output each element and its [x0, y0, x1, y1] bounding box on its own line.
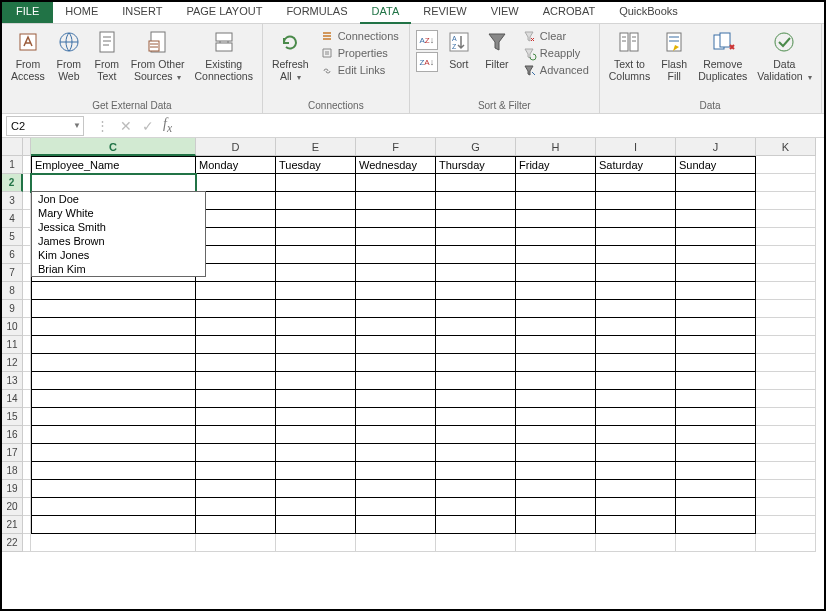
cell[interactable]	[276, 192, 356, 210]
cell[interactable]	[276, 336, 356, 354]
cell[interactable]	[31, 498, 196, 516]
remove-duplicates-button[interactable]: RemoveDuplicates	[693, 26, 752, 84]
tab-review[interactable]: REVIEW	[411, 2, 478, 23]
cell[interactable]: Employee_Name	[31, 156, 196, 174]
cell[interactable]	[676, 462, 756, 480]
cell[interactable]	[596, 462, 676, 480]
column-header[interactable]: E	[276, 138, 356, 156]
cell[interactable]	[756, 534, 816, 552]
cell[interactable]	[356, 318, 436, 336]
cell[interactable]	[436, 372, 516, 390]
cell[interactable]	[31, 462, 196, 480]
cell[interactable]	[516, 426, 596, 444]
column-header[interactable]: K	[756, 138, 816, 156]
cell[interactable]	[436, 246, 516, 264]
cell[interactable]	[196, 246, 276, 264]
accept-icon[interactable]: ✓	[137, 118, 159, 134]
cell[interactable]	[196, 498, 276, 516]
cell[interactable]	[356, 228, 436, 246]
cell[interactable]	[276, 174, 356, 192]
cell[interactable]	[23, 354, 31, 372]
cell[interactable]	[596, 444, 676, 462]
cell[interactable]	[356, 192, 436, 210]
tab-home[interactable]: HOME	[53, 2, 110, 23]
cell[interactable]	[276, 264, 356, 282]
cell[interactable]: Wednesday	[356, 156, 436, 174]
row-header[interactable]: 12	[2, 354, 23, 372]
cell[interactable]	[276, 354, 356, 372]
flash-fill-button[interactable]: FlashFill	[655, 26, 693, 84]
cell[interactable]	[436, 426, 516, 444]
cell[interactable]	[196, 336, 276, 354]
cell[interactable]	[356, 264, 436, 282]
cell[interactable]	[23, 246, 31, 264]
cell[interactable]	[756, 372, 816, 390]
cell[interactable]	[23, 372, 31, 390]
column-header[interactable]: F	[356, 138, 436, 156]
cell[interactable]	[516, 246, 596, 264]
column-header[interactable]: D	[196, 138, 276, 156]
cell[interactable]	[596, 282, 676, 300]
tab-insert[interactable]: INSERT	[110, 2, 174, 23]
cell[interactable]	[356, 282, 436, 300]
cell[interactable]	[31, 426, 196, 444]
cell[interactable]	[276, 444, 356, 462]
cell[interactable]: Tuesday	[276, 156, 356, 174]
row-header[interactable]: 7	[2, 264, 23, 282]
cell[interactable]	[516, 174, 596, 192]
cell[interactable]	[436, 534, 516, 552]
cell[interactable]	[596, 498, 676, 516]
fx-icon[interactable]: fx	[159, 116, 176, 135]
cell[interactable]	[516, 534, 596, 552]
cell[interactable]	[23, 426, 31, 444]
cell[interactable]	[356, 444, 436, 462]
cell[interactable]	[436, 282, 516, 300]
cell[interactable]	[756, 444, 816, 462]
column-header[interactable]: H	[516, 138, 596, 156]
cell[interactable]	[31, 444, 196, 462]
cell[interactable]	[196, 210, 276, 228]
cell[interactable]	[196, 462, 276, 480]
cell[interactable]	[23, 462, 31, 480]
cell[interactable]	[676, 228, 756, 246]
cell[interactable]	[31, 372, 196, 390]
cell[interactable]	[676, 480, 756, 498]
cell[interactable]	[516, 300, 596, 318]
data-validation-button[interactable]: DataValidation ▾	[752, 26, 816, 84]
row-header[interactable]: 11	[2, 336, 23, 354]
cell[interactable]	[436, 300, 516, 318]
cell[interactable]	[676, 354, 756, 372]
row-header[interactable]: 5	[2, 228, 23, 246]
cell[interactable]	[436, 210, 516, 228]
cell[interactable]	[196, 390, 276, 408]
cell[interactable]	[356, 300, 436, 318]
cell[interactable]	[23, 408, 31, 426]
cell[interactable]	[676, 264, 756, 282]
cell[interactable]	[23, 498, 31, 516]
cell[interactable]	[596, 228, 676, 246]
cell[interactable]	[23, 156, 31, 174]
cell[interactable]	[436, 192, 516, 210]
cell[interactable]	[676, 318, 756, 336]
cell[interactable]	[276, 318, 356, 336]
cell[interactable]	[276, 426, 356, 444]
cell[interactable]	[436, 174, 516, 192]
cell[interactable]	[356, 408, 436, 426]
cell[interactable]	[23, 336, 31, 354]
edit-links-button[interactable]: Edit Links	[318, 62, 401, 78]
cell[interactable]	[23, 534, 31, 552]
row-header[interactable]: 20	[2, 498, 23, 516]
dropdown-option[interactable]: James Brown	[32, 234, 205, 248]
column-header[interactable]: I	[596, 138, 676, 156]
cell[interactable]	[516, 354, 596, 372]
chevron-down-icon[interactable]: ▼	[73, 121, 81, 130]
tab-quickbooks[interactable]: QuickBooks	[607, 2, 690, 23]
cell[interactable]	[23, 264, 31, 282]
cell[interactable]	[516, 444, 596, 462]
cell[interactable]	[196, 444, 276, 462]
cell[interactable]	[436, 390, 516, 408]
row-header[interactable]: 14	[2, 390, 23, 408]
tab-page-layout[interactable]: PAGE LAYOUT	[174, 2, 274, 23]
cell[interactable]	[31, 300, 196, 318]
cell[interactable]: Friday	[516, 156, 596, 174]
